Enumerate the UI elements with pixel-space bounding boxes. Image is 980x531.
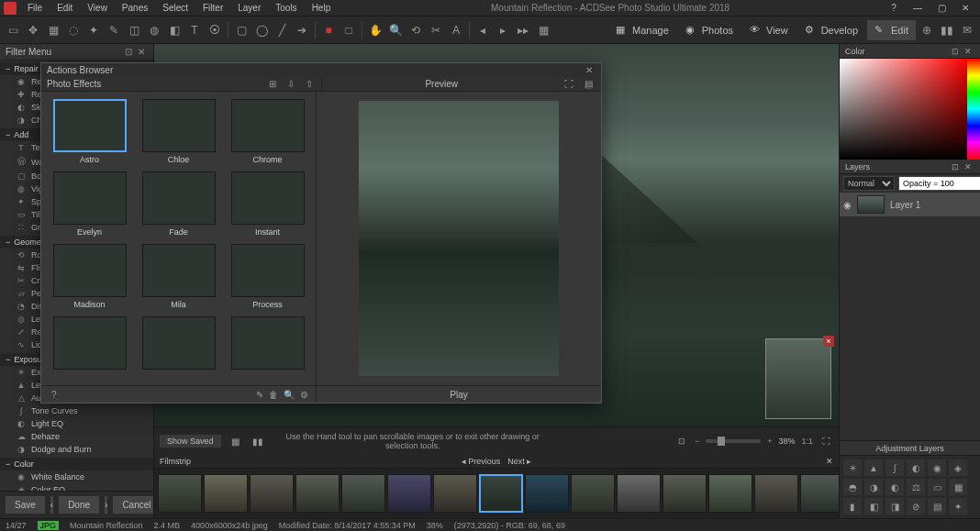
play-button[interactable]: Play — [450, 390, 467, 400]
mode-msg-icon[interactable]: ✉ — [958, 21, 976, 39]
tool-arrow-icon[interactable]: ➔ — [293, 21, 311, 39]
adj-threshold-icon[interactable]: ◨ — [885, 498, 904, 514]
window-help-icon[interactable]: ? — [883, 3, 905, 13]
mode-manage[interactable]: ▦Manage — [608, 20, 676, 40]
filter-lighteq[interactable]: ◐Light EQ — [0, 417, 153, 430]
next-button[interactable]: › — [105, 496, 107, 514]
show-saved-button[interactable]: Show Saved — [160, 435, 221, 448]
effect-settings-icon[interactable]: ⚙ — [300, 390, 308, 400]
menu-help[interactable]: Help — [305, 1, 339, 15]
tool-lasso-icon[interactable]: ◌ — [64, 21, 83, 39]
adj-hsl-icon[interactable]: ◓ — [843, 479, 862, 495]
filmstrip-thumb[interactable] — [204, 474, 248, 513]
mode-edit[interactable]: ✎Edit — [867, 20, 916, 40]
effect-item[interactable]: Astro — [49, 99, 130, 164]
adj-tone-icon[interactable]: ▭ — [928, 479, 946, 495]
window-minimize-icon[interactable]: — — [907, 3, 929, 13]
tool-crop-icon[interactable]: ✂ — [427, 21, 445, 39]
adj-vibrance-icon[interactable]: ◈ — [949, 459, 967, 476]
zoom-in-icon[interactable]: + — [764, 437, 774, 446]
mode-photos[interactable]: ◉Photos — [678, 20, 741, 40]
save-button[interactable]: Save — [6, 496, 45, 514]
adj-photo-icon[interactable]: ▦ — [949, 479, 967, 495]
menu-file[interactable]: File — [20, 1, 50, 15]
effect-delete-icon[interactable]: 🗑 — [269, 390, 278, 400]
tool-grid-icon[interactable]: ▦ — [534, 21, 552, 39]
window-close-icon[interactable]: ✕ — [954, 3, 976, 13]
dialog-add-icon[interactable]: ⊞ — [266, 79, 279, 89]
navigator-close-icon[interactable]: × — [823, 336, 834, 347]
filmstrip-thumb[interactable] — [617, 474, 661, 513]
adj-wb-icon[interactable]: ◉ — [928, 459, 946, 476]
layer-row[interactable]: ◉ Layer 1 — [840, 193, 980, 216]
layers-pin-icon[interactable]: ⊡ — [949, 162, 962, 171]
filmstrip-thumb[interactable] — [525, 474, 569, 513]
tool-zoom-icon[interactable]: 🔍 — [386, 21, 405, 39]
adj-exposure-icon[interactable]: ☀ — [843, 459, 862, 476]
mode-dashboard-icon[interactable]: ▮▮ — [938, 21, 956, 39]
adj-invert-icon[interactable]: ⊘ — [907, 498, 925, 514]
color-picker[interactable] — [840, 59, 980, 160]
filmstrip-thumb[interactable] — [754, 474, 798, 513]
color-close-icon[interactable]: ✕ — [962, 47, 974, 56]
dialog-tab[interactable]: Photo Effects — [47, 79, 101, 89]
filter-group-color[interactable]: − Color — [0, 458, 153, 470]
tool-play-icon[interactable]: ▸▸ — [514, 21, 532, 39]
menu-layer[interactable]: Layer — [230, 1, 268, 15]
effect-edit-icon[interactable]: ✎ — [256, 390, 263, 400]
menu-panes[interactable]: Panes — [115, 1, 155, 15]
filmstrip-thumb[interactable] — [571, 474, 615, 513]
dialog-expand-icon[interactable]: ⛶ — [562, 79, 576, 89]
effect-item[interactable]: Fade — [138, 171, 219, 237]
filter-pin-icon[interactable]: ⊡ — [122, 47, 135, 57]
color-bg-icon[interactable]: □ — [340, 21, 358, 39]
grid-toggle-icon[interactable]: ▦ — [228, 437, 242, 447]
zoom-out-icon[interactable]: − — [692, 437, 702, 446]
tool-eyedrop-icon[interactable]: ⦿ — [206, 21, 224, 39]
filmstrip-prev[interactable]: ◂ Previous — [462, 457, 501, 466]
adj-curves-icon[interactable]: ∫ — [885, 459, 904, 476]
blend-mode-select[interactable]: Normal — [843, 176, 895, 191]
opacity-input[interactable] — [898, 176, 980, 191]
tool-wand-icon[interactable]: ✦ — [84, 21, 103, 39]
filmstrip-thumb[interactable] — [663, 474, 707, 513]
prev-button[interactable]: ‹ — [50, 496, 53, 514]
filmstrip-close-icon[interactable]: ✕ — [826, 457, 833, 466]
color-hue-slider[interactable] — [967, 59, 980, 160]
effect-item[interactable]: Instant — [227, 171, 308, 237]
tool-shape-rect-icon[interactable]: ▢ — [232, 21, 251, 39]
tool-marquee-icon[interactable]: ▦ — [44, 21, 62, 39]
done-button[interactable]: Done — [59, 496, 99, 514]
adj-bw-icon[interactable]: ◐ — [885, 479, 904, 495]
menu-view[interactable]: View — [80, 1, 115, 15]
tool-select-icon[interactable]: ▭ — [4, 21, 22, 39]
effect-item[interactable]: Chloe — [138, 99, 219, 164]
filmstrip-thumb[interactable] — [341, 474, 385, 513]
filter-close-icon[interactable]: ✕ — [135, 47, 148, 57]
dialog-export-icon[interactable]: ⇧ — [303, 79, 316, 89]
adj-grad-icon[interactable]: ◧ — [864, 498, 883, 514]
mode-view[interactable]: 👁View — [742, 20, 796, 40]
filmstrip-thumb[interactable] — [479, 474, 523, 513]
adj-light-icon[interactable]: ◐ — [907, 459, 925, 476]
effect-item[interactable] — [138, 316, 219, 372]
navigator-thumbnail[interactable]: × — [765, 338, 831, 419]
menu-filter[interactable]: Filter — [195, 1, 230, 15]
effect-search-icon[interactable]: 🔍 — [284, 390, 295, 400]
tool-line-icon[interactable]: ╱ — [273, 21, 291, 39]
menu-select[interactable]: Select — [155, 1, 195, 15]
filmstrip-thumb[interactable] — [800, 474, 839, 513]
effect-item[interactable]: Evelyn — [49, 171, 130, 237]
tool-gradient-icon[interactable]: ◧ — [165, 21, 184, 39]
mode-365-icon[interactable]: ⊕ — [918, 21, 936, 39]
layer-visibility-icon[interactable]: ◉ — [843, 200, 852, 210]
adj-colorbal-icon[interactable]: ⚖ — [907, 479, 925, 495]
adj-channel-icon[interactable]: ▮ — [843, 498, 862, 514]
mode-develop[interactable]: ⚙Develop — [797, 20, 865, 40]
cancel-button[interactable]: Cancel — [113, 496, 154, 514]
filmstrip-next[interactable]: Next ▸ — [507, 457, 531, 466]
histogram-icon[interactable]: ▮▮ — [250, 437, 266, 447]
filmstrip-thumb[interactable] — [158, 474, 202, 513]
tool-shape-ellipse-icon[interactable]: ◯ — [252, 21, 271, 39]
filter-wb[interactable]: ◉White Balance — [0, 470, 153, 483]
